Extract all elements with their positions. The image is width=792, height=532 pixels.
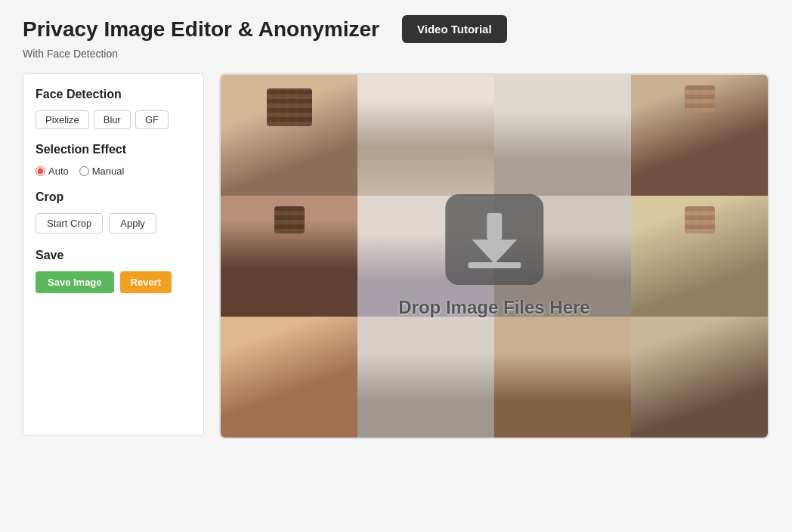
auto-radio[interactable] bbox=[36, 166, 45, 176]
blur-button[interactable]: Blur bbox=[94, 110, 131, 129]
photo-cell bbox=[631, 317, 768, 438]
save-buttons: Save Image Revert bbox=[36, 271, 191, 293]
selection-effect-title: Selection Effect bbox=[36, 143, 191, 156]
face-detection-title: Face Detection bbox=[36, 88, 191, 101]
photo-cell bbox=[631, 196, 768, 317]
pixelized-face bbox=[685, 206, 715, 234]
pixelized-face bbox=[274, 206, 305, 234]
pixelized-face bbox=[267, 88, 312, 126]
crop-section: Crop Start Crop Apply bbox=[36, 190, 191, 234]
face-detection-buttons: Pixelize Blur GF bbox=[36, 110, 191, 129]
drop-zone[interactable]: Drop Image Files Here bbox=[219, 73, 769, 439]
auto-radio-label[interactable]: Auto bbox=[36, 165, 69, 177]
apply-button[interactable]: Apply bbox=[109, 213, 156, 234]
photo-cell bbox=[221, 196, 357, 317]
photo-grid bbox=[221, 75, 768, 438]
manual-label: Manual bbox=[92, 165, 125, 177]
page-header: Privacy Image Editor & Anonymizer Video … bbox=[23, 15, 769, 43]
gf-button[interactable]: GF bbox=[135, 110, 169, 129]
selection-effect-section: Selection Effect Auto Manual bbox=[36, 143, 191, 177]
page-subtitle: With Face Detection bbox=[23, 48, 769, 60]
main-content: Face Detection Pixelize Blur GF Selectio… bbox=[23, 73, 769, 439]
start-crop-button[interactable]: Start Crop bbox=[36, 213, 103, 234]
page-title: Privacy Image Editor & Anonymizer bbox=[23, 17, 379, 42]
selection-effect-options: Auto Manual bbox=[36, 165, 191, 177]
photo-cell bbox=[221, 317, 357, 438]
crop-title: Crop bbox=[36, 190, 191, 204]
revert-button[interactable]: Revert bbox=[120, 271, 172, 293]
photo-cell bbox=[631, 75, 768, 196]
photo-cell bbox=[357, 196, 494, 317]
pixelize-button[interactable]: Pixelize bbox=[36, 110, 89, 129]
photo-cell bbox=[494, 196, 631, 317]
photo-cell bbox=[357, 75, 494, 196]
manual-radio-label[interactable]: Manual bbox=[79, 165, 125, 177]
pixelized-face bbox=[685, 85, 715, 113]
photo-cell bbox=[494, 317, 631, 438]
photo-cell bbox=[357, 317, 494, 438]
sidebar-panel: Face Detection Pixelize Blur GF Selectio… bbox=[23, 73, 204, 436]
auto-label: Auto bbox=[48, 165, 69, 177]
video-tutorial-button[interactable]: Video Tutorial bbox=[402, 15, 507, 43]
manual-radio[interactable] bbox=[79, 166, 89, 176]
photo-cell bbox=[494, 75, 631, 196]
save-image-button[interactable]: Save Image bbox=[36, 271, 114, 293]
photo-cell bbox=[221, 75, 357, 196]
save-title: Save bbox=[36, 249, 191, 262]
save-section: Save Save Image Revert bbox=[36, 249, 191, 293]
crop-buttons: Start Crop Apply bbox=[36, 213, 191, 234]
